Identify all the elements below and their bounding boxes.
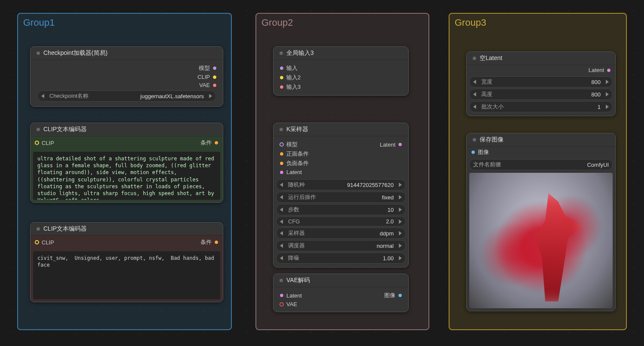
positive-prompt-textarea[interactable]: ultra detailed shot of a shattering scul… — [33, 152, 220, 200]
ksampler-title: K采样器 — [286, 126, 308, 133]
port-cond-out-pos[interactable] — [214, 141, 219, 145]
clip-text-encode-positive-node[interactable]: CLIP文本编码器 CLIP 条件 ultra detailed shot of… — [30, 123, 223, 203]
port-neg-cond-in[interactable] — [279, 161, 284, 165]
checkpoint-loader-node[interactable]: Checkpoint加载器(简易) 模型 CLIP VAE Checkpoint… — [30, 46, 223, 107]
checkpoint-out-vae: VAE — [199, 82, 210, 88]
sampler-widget[interactable]: 采样器ddpm — [276, 228, 406, 239]
checkpoint-out-model: 模型 — [199, 64, 210, 72]
vae-decode-node[interactable]: VAE解码 Latent图像 VAE — [273, 274, 409, 312]
cfg-widget[interactable]: CFG2.0 — [276, 217, 406, 226]
vae-decode-title: VAE解码 — [286, 277, 310, 284]
empty-latent-title: 空Latent — [480, 54, 502, 62]
port-clip-in-neg[interactable] — [35, 240, 39, 244]
scheduler-widget[interactable]: 调度器normal — [276, 240, 406, 251]
steps-widget[interactable]: 步数10 — [276, 204, 406, 215]
port-latent-in-decode[interactable] — [279, 293, 284, 298]
port-latent-out[interactable] — [398, 142, 402, 147]
port-input2[interactable] — [279, 75, 284, 80]
height-widget[interactable]: 高度800 — [469, 89, 613, 100]
checkpoint-name-widget[interactable]: Checkpoint名称juggernautXL.safetensors — [37, 90, 216, 102]
port-vae-in-decode[interactable] — [279, 302, 284, 307]
output-image-preview[interactable] — [469, 173, 613, 308]
port-latent-in[interactable] — [279, 170, 284, 175]
seed-widget[interactable]: 随机种914472025577620 — [276, 179, 406, 190]
port-input1[interactable] — [279, 66, 284, 70]
denoise-widget[interactable]: 降噪1.00 — [276, 253, 406, 264]
batch-widget[interactable]: 批次大小1 — [469, 101, 613, 112]
ksampler-node[interactable]: K采样器 模型Latent 正面条件 负面条件 Latent 随机种914472… — [273, 123, 409, 268]
group-3-title: Group3 — [455, 17, 621, 28]
port-image-in-save[interactable] — [471, 150, 475, 154]
filename-prefix-widget[interactable]: 文件名前缀ComfyUI — [469, 159, 613, 170]
arrow-left-icon[interactable] — [41, 94, 44, 98]
arrow-right-icon[interactable] — [209, 94, 212, 98]
negative-prompt-textarea[interactable]: civit_snw, Unsigned, user, prompt, nsfw,… — [33, 251, 220, 299]
port-clip-in-pos[interactable] — [35, 141, 39, 145]
global-in-title: 全局输入3 — [286, 49, 314, 57]
port-model-in[interactable] — [279, 142, 284, 147]
checkpoint-out-clip: CLIP — [197, 74, 210, 80]
port-latent-out-empty[interactable] — [607, 68, 611, 72]
save-title: 保存图像 — [480, 136, 504, 144]
clip-neg-title: CLIP文本编码器 — [43, 225, 87, 233]
group-2-title: Group2 — [261, 17, 423, 28]
port-clip-out[interactable] — [213, 75, 217, 79]
port-vae-out[interactable] — [213, 83, 217, 87]
clip-pos-title: CLIP文本编码器 — [43, 126, 87, 133]
node-graph-canvas[interactable]: Group1 Group2 Group3 Checkpoint加载器(简易) 模… — [0, 0, 644, 346]
after-gen-widget[interactable]: 运行后操作fixed — [276, 192, 406, 203]
port-input3[interactable] — [279, 85, 284, 89]
port-model-out[interactable] — [213, 66, 217, 70]
checkpoint-title: Checkpoint加载器(简易) — [43, 49, 107, 57]
global-input3-node[interactable]: 全局输入3 输入 输入2 输入3 — [273, 46, 409, 96]
port-cond-out-neg[interactable] — [214, 240, 219, 244]
empty-latent-node[interactable]: 空Latent Latent 宽度800 高度800 批次大小1 — [466, 51, 616, 116]
port-image-out[interactable] — [398, 293, 402, 298]
save-image-node[interactable]: 保存图像 图像 文件名前缀ComfyUI — [466, 133, 616, 311]
group-1-title: Group1 — [23, 17, 226, 28]
width-widget[interactable]: 宽度800 — [469, 76, 613, 87]
clip-text-encode-negative-node[interactable]: CLIP文本编码器 CLIP 条件 civit_snw, Unsigned, u… — [30, 222, 223, 302]
port-pos-cond-in[interactable] — [279, 152, 284, 156]
